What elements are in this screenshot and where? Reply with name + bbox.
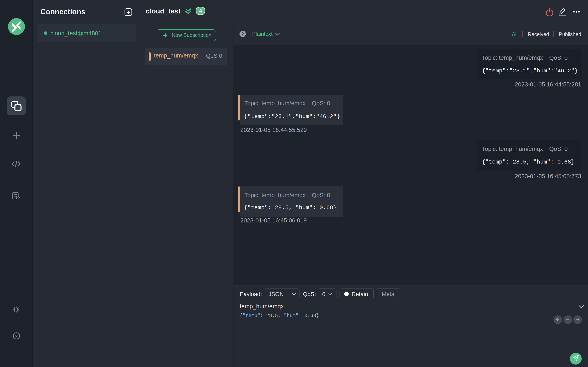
svg-text:?: ? (15, 334, 18, 338)
